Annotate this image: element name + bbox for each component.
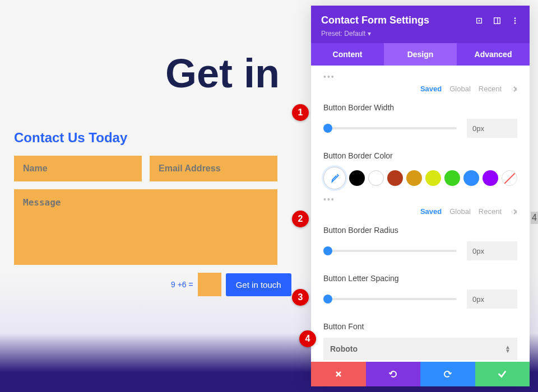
- tab-content[interactable]: Content: [311, 43, 384, 66]
- kebab-icon[interactable]: [511, 16, 520, 25]
- svg-rect-2: [494, 17, 500, 24]
- tab-design[interactable]: Design: [384, 43, 457, 66]
- swatch-green[interactable]: [444, 170, 460, 186]
- settings-panel: Contact Form Settings Preset: Default ▾ …: [311, 6, 530, 386]
- chevron-down-icon: ▾: [368, 30, 371, 38]
- slider-border-width[interactable]: [323, 127, 457, 129]
- link-global-2[interactable]: Global: [449, 207, 471, 216]
- annotation-2: 2: [292, 211, 309, 227]
- panel-title: Contact Form Settings: [321, 15, 475, 26]
- preset-text: Preset: Default: [321, 30, 365, 38]
- link-recent-2[interactable]: Recent: [479, 207, 502, 216]
- panel-header: Contact Form Settings Preset: Default ▾: [311, 6, 530, 43]
- label-border-width: Button Border Width: [323, 103, 517, 112]
- redo-button[interactable]: [420, 362, 475, 386]
- slider-thumb[interactable]: [323, 246, 332, 255]
- slider-letter-spacing[interactable]: [323, 298, 457, 300]
- updown-icon: ▲▼: [505, 345, 511, 353]
- swatch-black[interactable]: [349, 170, 365, 186]
- swatch-blue[interactable]: [463, 170, 479, 186]
- annotation-4: 4: [299, 330, 316, 347]
- gear-icon[interactable]: [509, 85, 517, 93]
- tabs: Content Design Advanced: [311, 43, 530, 66]
- more-dots-icon[interactable]: •••: [323, 72, 517, 81]
- swatch-yellow[interactable]: [425, 170, 441, 186]
- link-saved[interactable]: Saved: [420, 85, 442, 93]
- panel-footer: [311, 362, 530, 386]
- name-field[interactable]: [14, 156, 142, 181]
- label-border-color: Button Border Color: [323, 151, 517, 160]
- eyedropper-button[interactable]: [323, 167, 346, 189]
- swatch-none[interactable]: [502, 170, 517, 186]
- swatch-row: [323, 167, 517, 189]
- swatch-purple[interactable]: [483, 170, 498, 186]
- value-border-width[interactable]: [467, 119, 517, 138]
- svg-point-5: [514, 20, 516, 21]
- label-letter-spacing: Button Letter Spacing: [323, 274, 517, 283]
- captcha-label: 9 +6 =: [171, 280, 193, 289]
- swatch-white[interactable]: [368, 170, 384, 186]
- undo-button[interactable]: [366, 362, 421, 386]
- select-font-value: Roboto: [330, 344, 358, 353]
- slider-thumb[interactable]: [323, 295, 332, 304]
- slider-border-radius[interactable]: [323, 250, 457, 252]
- dock-icon[interactable]: [493, 16, 502, 25]
- link-recent[interactable]: Recent: [479, 85, 502, 93]
- select-font[interactable]: Roboto ▲▼: [323, 338, 517, 360]
- captcha-input[interactable]: [198, 273, 221, 296]
- email-field[interactable]: [150, 156, 277, 181]
- preset-label[interactable]: Preset: Default ▾: [321, 30, 520, 38]
- swatch-red[interactable]: [387, 170, 403, 186]
- label-font: Button Font: [323, 322, 517, 331]
- svg-point-6: [514, 22, 516, 24]
- value-letter-spacing[interactable]: [467, 290, 517, 309]
- swatch-amber[interactable]: [406, 170, 422, 186]
- value-border-radius[interactable]: [467, 241, 517, 260]
- gear-icon-2[interactable]: [509, 208, 517, 216]
- link-saved-2[interactable]: Saved: [420, 207, 442, 216]
- message-field[interactable]: [14, 189, 277, 265]
- label-border-radius: Button Border Radius: [323, 226, 517, 235]
- save-button[interactable]: [475, 362, 530, 386]
- cancel-button[interactable]: [311, 362, 366, 386]
- submit-button[interactable]: Get in touch: [226, 273, 291, 296]
- expand-icon[interactable]: [475, 16, 484, 25]
- svg-point-1: [479, 20, 480, 21]
- more-dots-icon-2[interactable]: •••: [323, 195, 517, 204]
- link-global[interactable]: Global: [449, 85, 471, 93]
- slider-thumb[interactable]: [323, 124, 332, 133]
- annotation-1: 1: [292, 104, 309, 121]
- svg-point-4: [514, 17, 516, 19]
- annotation-3: 3: [292, 289, 309, 306]
- tab-advanced[interactable]: Advanced: [457, 43, 530, 66]
- panel-body: ••• Saved Global Recent Button Border Wi…: [311, 66, 530, 362]
- side-marker: 4: [531, 212, 538, 224]
